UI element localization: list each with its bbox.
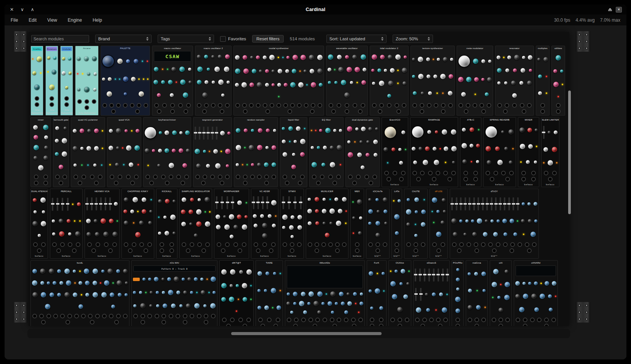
menu-view[interactable]: View xyxy=(47,17,57,23)
knob xyxy=(310,69,314,73)
module-wavetable-oscillator[interactable]: wavetable oscillator xyxy=(326,46,368,116)
menu-help[interactable]: Help xyxy=(93,17,102,23)
knob xyxy=(308,291,314,297)
menu-engine[interactable]: Engine xyxy=(68,17,82,23)
on-off-button[interactable] xyxy=(133,278,140,281)
module-undular[interactable]: UndularAria Salvatrice xyxy=(60,46,73,116)
module-magma[interactable]: maGma xyxy=(466,260,488,326)
knob xyxy=(398,148,401,151)
module-dual-atenuverter[interactable]: DUAL ATENUVERTERbefaco xyxy=(30,189,48,259)
module-eq-filter[interactable]: EQ filter xyxy=(309,117,343,187)
brand-select[interactable]: Brand xyxy=(95,35,152,43)
menu-file[interactable]: File xyxy=(11,17,18,23)
module-morphader[interactable]: MORPHADERbefaco xyxy=(214,189,249,259)
knob xyxy=(117,280,122,286)
module-keyframer-mixer[interactable]: keyframer/mixer xyxy=(143,117,191,187)
module-poupre[interactable]: POuPRe xyxy=(452,260,464,326)
module-mixer[interactable]: MIXERbefaco xyxy=(518,117,539,187)
module-spring-reverb[interactable]: SPRING REVERBbefaco xyxy=(483,117,516,187)
module-fork[interactable]: ForK xyxy=(367,260,387,326)
port xyxy=(211,314,216,318)
module-sampling-modulator[interactable]: SAMPLING MODULATORbefaco xyxy=(179,189,212,259)
port xyxy=(243,175,248,179)
module-dual-dynamics-gate[interactable]: dual dynamics gate xyxy=(345,117,380,187)
module-vc-adsr[interactable]: VC ADSRbefaco xyxy=(251,189,278,259)
module-mixer[interactable]: mixer xyxy=(30,117,51,187)
module-rampage[interactable]: RAMPAGEbefaco xyxy=(410,117,458,187)
horizontal-scrollbar-thumb[interactable] xyxy=(231,332,382,335)
module-dtroy[interactable]: dTrOYbId°° xyxy=(450,189,539,259)
module-quad-vc-polarizer[interactable]: quad VC-polarizer xyxy=(71,117,105,187)
module-hexmix-vca[interactable]: HEXMIX VCAbefaco xyxy=(85,189,120,259)
module-stmix[interactable]: STMIXbefaco xyxy=(280,189,304,259)
module-limonade[interactable]: liMonADe xyxy=(285,260,365,326)
knob xyxy=(59,281,63,285)
knob xyxy=(157,93,161,97)
module-utilities[interactable]: utilities xyxy=(551,46,565,116)
knob xyxy=(368,209,373,214)
module-tocante[interactable]: tOCAnTebId°° xyxy=(366,189,390,259)
module-texture-synthesizer[interactable]: texture synthesizer xyxy=(411,46,455,116)
module-bordl[interactable]: bordLbId°° xyxy=(30,260,129,326)
module-tidal-modulator-2[interactable]: tidal modulator 2 xyxy=(370,46,409,116)
sort-select[interactable]: Sort: Last updated xyxy=(326,35,387,43)
search-input[interactable] xyxy=(31,35,89,43)
module-meta-modulator[interactable]: meta modulator xyxy=(457,46,493,116)
module-kickall[interactable]: KICKALLbefaco xyxy=(156,189,177,259)
knob xyxy=(197,55,201,59)
close-icon[interactable]: ✕ xyxy=(10,7,14,12)
module-late[interactable]: LATebId°° xyxy=(391,189,402,259)
module-grabby[interactable]: GrabbyAria Salvatrice xyxy=(30,46,43,116)
knob xyxy=(152,149,155,152)
zoom-select[interactable]: Zoom: 50% xyxy=(393,35,433,43)
knob xyxy=(142,209,146,214)
app-logo-icon[interactable]: ✕ xyxy=(616,7,622,13)
vertical-scrollbar-thumb[interactable] xyxy=(568,91,571,214)
module-liquid-filter[interactable]: liquid filter xyxy=(280,117,307,187)
module-evenvco[interactable]: EvenVCObefaco xyxy=(382,117,408,187)
module-ouaive[interactable]: OUAIve xyxy=(388,260,411,326)
reset-filters-button[interactable]: Reset filters xyxy=(252,35,284,43)
tags-select[interactable]: Tags xyxy=(158,35,214,43)
eject-icon[interactable] xyxy=(608,8,612,11)
module-tiare[interactable]: TiARE xyxy=(256,260,283,326)
favorites-checkbox[interactable] xyxy=(220,36,226,42)
module-mex[interactable]: MEXbefaco xyxy=(350,189,364,259)
knob xyxy=(123,210,127,213)
module-arcane[interactable]: ArcaneAria Salvatrice xyxy=(75,46,99,116)
module-slew-limiter[interactable]: SLEW LIMITERbefaco xyxy=(541,117,559,187)
module-title: HEXMIX VCA xyxy=(85,189,119,193)
rack-rail-top-left xyxy=(13,31,27,52)
module-chute[interactable]: ChUTEbId°° xyxy=(404,189,428,259)
knob xyxy=(80,147,83,150)
module-modal-synthesizer[interactable]: modal synthesizer xyxy=(233,46,324,116)
collapse-icon[interactable]: ∨ xyxy=(21,7,24,12)
module-macro-oscillator-2[interactable]: macro oscillator 2 xyxy=(195,46,232,116)
menu-edit[interactable]: Edit xyxy=(29,17,37,23)
module-bernoulli-gate[interactable]: bernoulli gate xyxy=(53,117,69,187)
port xyxy=(525,242,529,247)
module-a-b-c[interactable]: A*B+Cbefaco xyxy=(460,117,481,187)
module-rotatoes[interactable]: RotatoesAria Salvatrice xyxy=(45,46,58,116)
module-canard[interactable]: cANARd xyxy=(514,260,558,326)
module-palette[interactable]: PALETTE xyxy=(101,46,150,116)
module-multiples[interactable]: multiples xyxy=(536,46,550,116)
module-dfuze[interactable]: dFUZEbId°° xyxy=(430,189,448,259)
module-zo-ma[interactable]: zOù MAïPattern 0 : Track 0bId°° xyxy=(131,260,217,326)
module-ports xyxy=(195,102,231,115)
module-resonator[interactable]: resonator xyxy=(495,46,534,116)
module-oa[interactable]: oAï xyxy=(490,260,512,326)
module-edsaros[interactable]: eDsaroS xyxy=(413,260,450,326)
module-muxlicer[interactable]: MUXLICERbefaco xyxy=(306,189,348,259)
module-brand-label: bId°° xyxy=(450,254,538,258)
port xyxy=(510,248,514,253)
module-random-sampler[interactable]: random sampler xyxy=(234,117,278,187)
led xyxy=(356,82,358,83)
module-segment-generator[interactable]: segment generator xyxy=(193,117,232,187)
module-dikt-t[interactable]: dIKT@T xyxy=(219,260,254,326)
module-quad-vca[interactable]: quad VCA xyxy=(107,117,141,187)
module-chopping-kinky[interactable]: CHOPPING KINKYbefaco xyxy=(121,189,154,259)
expand-icon[interactable]: ∧ xyxy=(31,7,34,12)
module-percall[interactable]: PERCALLbefaco xyxy=(50,189,83,259)
module-macro-oscillator[interactable]: macro oscillatorCSAW xyxy=(152,46,193,116)
